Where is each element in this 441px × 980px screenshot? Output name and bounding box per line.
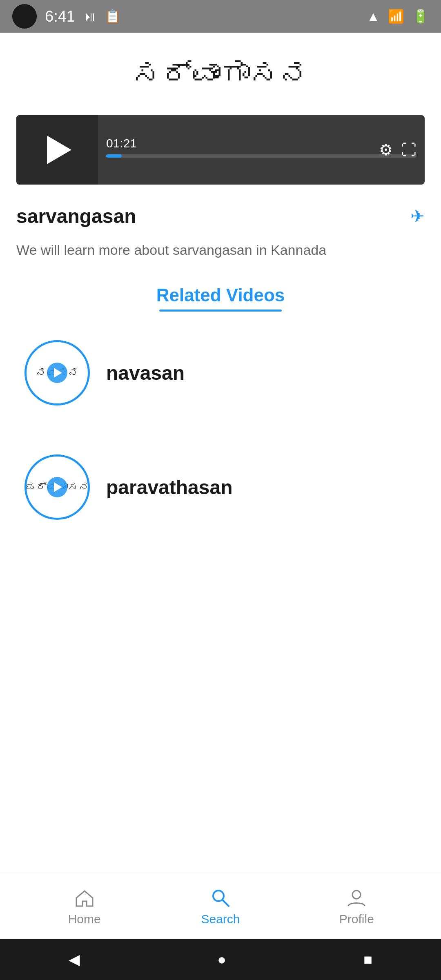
video-controls: 01:21 ⚙ ⛶ <box>98 115 425 185</box>
svg-point-2 <box>352 891 361 899</box>
nav-item-profile[interactable]: Profile <box>289 888 425 926</box>
related-videos-label: Related Videos <box>156 285 285 305</box>
system-nav: ◀ ● ■ <box>0 939 441 980</box>
video-thumbnail-navasan[interactable]: ನವಾಸನ <box>24 340 90 405</box>
camera-dot <box>12 4 37 29</box>
related-video-name-paravathasan: paravathasan <box>106 476 233 499</box>
home-button[interactable]: ● <box>217 951 226 968</box>
related-video-item-navasan[interactable]: ನವಾಸನ navasan <box>16 316 425 430</box>
nav-label-search: Search <box>201 912 240 926</box>
play-triangle-icon <box>47 136 71 164</box>
related-videos-underline <box>159 310 282 312</box>
video-thumbnail-paravathasan[interactable]: ಪರ್ವತಾಸನ <box>24 454 90 520</box>
status-time: 6:41 <box>45 8 75 25</box>
video-right-icons: ⚙ ⛶ <box>379 141 416 159</box>
wifi-icon: ▲ <box>367 9 380 24</box>
related-video-name-navasan: navasan <box>106 362 185 384</box>
nav-item-home[interactable]: Home <box>16 888 152 926</box>
signal-icon: 📶 <box>388 9 404 24</box>
video-progress-bar[interactable] <box>106 154 416 158</box>
recents-button[interactable]: ■ <box>363 951 372 968</box>
play-circle-icon-navasan <box>47 363 67 383</box>
video-player[interactable]: 01:21 ⚙ ⛶ <box>16 115 425 185</box>
play-circle-triangle-navasan <box>54 368 62 378</box>
fullscreen-icon[interactable]: ⛶ <box>401 141 416 159</box>
nav-label-home: Home <box>68 912 101 926</box>
nav-item-search[interactable]: Search <box>152 888 288 926</box>
search-icon <box>210 888 231 908</box>
svg-line-1 <box>223 900 229 906</box>
share-icon[interactable]: ✈ <box>410 206 425 226</box>
video-progress-fill <box>106 154 122 158</box>
home-icon <box>74 888 95 908</box>
video-description: We will learn more about sarvangasan in … <box>16 240 425 261</box>
related-video-item-paravathasan[interactable]: ಪರ್ವತಾಸನ paravathasan <box>16 430 425 544</box>
battery-icon: 🔋 <box>412 9 429 24</box>
bottom-nav: Home Search Profile <box>0 874 441 939</box>
media-icon: ⏯ <box>83 9 96 24</box>
video-name-row: sarvangasan ✈ <box>16 205 425 227</box>
settings-icon[interactable]: ⚙ <box>379 141 393 159</box>
main-content: ಸರ್ವಾಂಗಾಸನ 01:21 ⚙ ⛶ sarvangasan ✈ We wi… <box>0 33 441 544</box>
video-name: sarvangasan <box>16 205 136 227</box>
page-title: ಸರ್ವಾಂಗಾಸನ <box>16 57 425 91</box>
back-button[interactable]: ◀ <box>69 951 80 968</box>
play-circle-icon-paravathasan <box>47 477 67 497</box>
status-left: 6:41 ⏯ 📋 <box>12 4 121 29</box>
nav-label-profile: Profile <box>339 912 374 926</box>
status-icons: ▲ 📶 🔋 <box>367 9 429 24</box>
sim-icon: 📋 <box>105 9 121 24</box>
related-videos-tab[interactable]: Related Videos <box>16 285 425 312</box>
play-button[interactable] <box>16 115 98 185</box>
play-circle-triangle-paravathasan <box>54 482 62 492</box>
video-time: 01:21 <box>106 136 416 150</box>
status-bar: 6:41 ⏯ 📋 ▲ 📶 🔋 <box>0 0 441 33</box>
profile-icon <box>346 888 367 908</box>
